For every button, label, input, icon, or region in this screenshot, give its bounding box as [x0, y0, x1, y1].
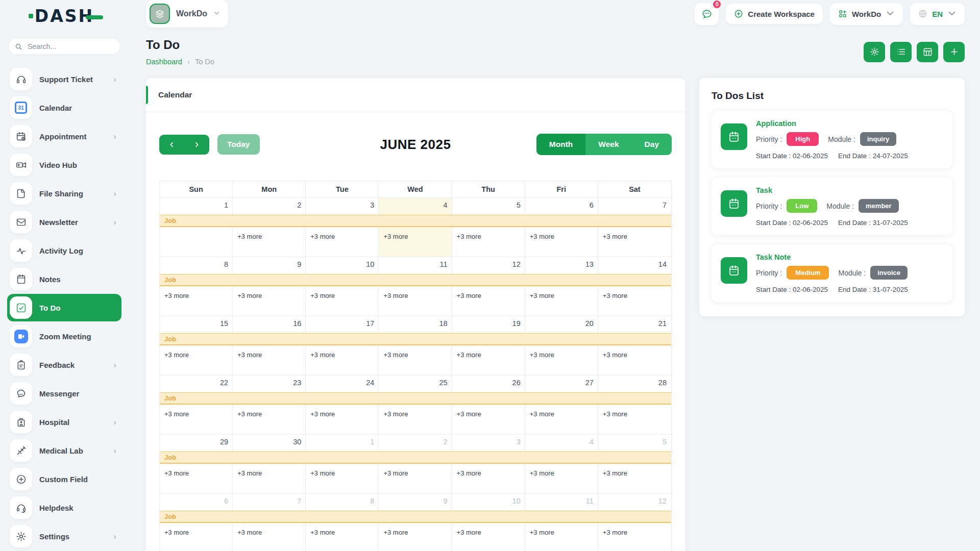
todos-title: To Dos List — [712, 90, 952, 102]
event-bar-job[interactable]: Job — [160, 274, 671, 286]
more-events-link[interactable]: +3 more — [452, 349, 481, 359]
more-events-link[interactable]: +3 more — [306, 468, 335, 477]
list-view-button[interactable] — [890, 42, 912, 62]
more-events-link[interactable]: +3 more — [598, 290, 627, 299]
more-events-link[interactable]: +3 more — [452, 290, 481, 299]
more-events-link[interactable]: +3 more — [598, 231, 627, 240]
prev-month-button[interactable] — [159, 135, 184, 155]
view-week-button[interactable]: Week — [585, 134, 631, 155]
sidebar-item-feedback[interactable]: Feedback› — [7, 351, 121, 379]
hospital-building-icon — [10, 411, 32, 433]
sidebar-item-messenger[interactable]: Messenger — [7, 380, 121, 407]
more-events-link[interactable]: +3 more — [452, 409, 481, 418]
sidebar-item-calendar[interactable]: 31Calendar — [7, 94, 121, 121]
day-header-sun: Sun — [160, 181, 233, 198]
more-events-link[interactable]: +3 more — [379, 527, 408, 536]
sidebar-item-custom-field[interactable]: Custom Field — [7, 465, 121, 493]
todo-name: Task — [756, 186, 908, 194]
more-events-link[interactable]: +3 more — [525, 231, 554, 240]
more-events-link[interactable]: +3 more — [306, 290, 335, 299]
sidebar-item-to-do[interactable]: To Do — [7, 294, 121, 321]
more-events-link[interactable]: +3 more — [525, 527, 554, 536]
more-events-link[interactable]: +3 more — [160, 349, 189, 359]
more-events-row: +3 more+3 more+3 more+3 more+3 more+3 mo… — [160, 350, 671, 359]
date-number: 30 — [233, 435, 306, 450]
search-input[interactable] — [27, 42, 114, 51]
more-events-link[interactable]: +3 more — [598, 349, 627, 359]
breadcrumb-dashboard-link[interactable]: Dashboard — [146, 58, 182, 66]
more-events-link[interactable]: +3 more — [525, 468, 554, 477]
more-events-link[interactable]: +3 more — [452, 527, 481, 536]
date-number: 21 — [598, 316, 671, 332]
event-bar-job[interactable]: Job — [160, 392, 671, 405]
sidebar-item-appointment[interactable]: Appointment› — [7, 122, 121, 150]
more-events-cell: +3 more — [160, 350, 233, 359]
sidebar-item-settings[interactable]: Settings› — [7, 522, 121, 550]
more-events-link[interactable]: +3 more — [525, 290, 554, 299]
event-bar-job[interactable]: Job — [160, 215, 671, 227]
calendar-settings-button[interactable] — [864, 42, 885, 62]
sidebar-item-activity-log[interactable]: Activity Log — [7, 237, 121, 264]
more-events-link[interactable]: +3 more — [379, 290, 408, 299]
sidebar-item-video-hub[interactable]: Video Hub — [7, 151, 121, 179]
more-events-link[interactable]: +3 more — [379, 468, 408, 477]
calendar-card-title: Calendar — [146, 78, 685, 112]
sidebar-item-medical-lab[interactable]: Medical Lab› — [7, 437, 121, 464]
envelope-icon — [10, 211, 32, 233]
create-workspace-button[interactable]: Create Workspace — [726, 4, 823, 24]
more-events-link[interactable]: +3 more — [306, 231, 335, 240]
more-events-link[interactable]: +3 more — [160, 527, 189, 536]
view-month-button[interactable]: Month — [536, 134, 585, 155]
more-events-link[interactable]: +3 more — [598, 409, 627, 418]
view-day-button[interactable]: Day — [632, 134, 672, 155]
todo-card-task[interactable]: TaskPriority :LowModule :memberStart Dat… — [712, 178, 952, 235]
more-events-link[interactable]: +3 more — [306, 349, 335, 359]
event-bar-job[interactable]: Job — [160, 333, 671, 345]
more-events-link[interactable]: +3 more — [379, 409, 408, 418]
messages-button[interactable]: 0 — [695, 3, 719, 25]
globe-icon — [918, 9, 927, 18]
todo-card-application[interactable]: ApplicationPriority :HighModule :inquiry… — [712, 111, 952, 168]
more-events-link[interactable]: +3 more — [233, 231, 262, 240]
more-events-link[interactable]: +3 more — [598, 468, 627, 477]
more-events-link[interactable]: +3 more — [233, 409, 262, 418]
language-selector[interactable]: EN — [910, 3, 965, 25]
sidebar-item-label: Activity Log — [39, 246, 83, 255]
sidebar-item-zoom-meeting[interactable]: Zoom Meeting — [7, 322, 121, 350]
more-events-link[interactable]: +3 more — [452, 468, 481, 477]
next-month-button[interactable] — [184, 135, 209, 155]
event-bar-job[interactable]: Job — [160, 452, 671, 464]
search-box[interactable] — [8, 38, 120, 55]
sidebar-item-support-ticket[interactable]: Support Ticket› — [7, 65, 121, 93]
more-events-link[interactable]: +3 more — [306, 409, 335, 418]
more-events-link[interactable]: +3 more — [525, 409, 554, 418]
more-events-link[interactable]: +3 more — [233, 527, 262, 536]
date-number: 1 — [160, 198, 233, 213]
more-events-link[interactable]: +3 more — [233, 468, 262, 477]
more-events-link[interactable]: +3 more — [306, 527, 335, 536]
module-label: Module : — [828, 135, 855, 143]
more-events-link[interactable]: +3 more — [160, 409, 189, 418]
add-todo-button[interactable] — [943, 42, 965, 62]
more-events-link[interactable]: +3 more — [160, 468, 189, 477]
more-events-link[interactable]: +3 more — [160, 290, 189, 299]
calendar-week-3: 15161718192021Job+3 more+3 more+3 more+3… — [160, 316, 671, 375]
calendar-view-button[interactable] — [917, 42, 938, 62]
more-events-link[interactable]: +3 more — [233, 290, 262, 299]
sidebar-item-newsletter[interactable]: Newsletter› — [7, 208, 121, 236]
todo-card-task-note[interactable]: Task NotePriority :MediumModule :invoice… — [712, 244, 952, 302]
today-button[interactable]: Today — [217, 134, 260, 155]
event-bar-job[interactable]: Job — [160, 511, 671, 523]
more-events-link[interactable]: +3 more — [233, 349, 262, 359]
more-events-link[interactable]: +3 more — [379, 231, 408, 240]
sidebar-item-notes[interactable]: Notes — [7, 265, 121, 293]
more-events-link[interactable]: +3 more — [525, 349, 554, 359]
workspace-selector[interactable]: WorkDo — [146, 0, 228, 28]
sidebar-item-helpdesk[interactable]: Helpdesk — [7, 494, 121, 521]
more-events-link[interactable]: +3 more — [379, 349, 408, 359]
more-events-link[interactable]: +3 more — [452, 231, 481, 240]
sidebar-item-file-sharing[interactable]: File Sharing› — [7, 180, 121, 207]
sidebar-item-hospital[interactable]: Hospital› — [7, 408, 121, 436]
workspace-switcher[interactable]: WorkDo — [830, 3, 903, 25]
more-events-link[interactable]: +3 more — [598, 527, 627, 536]
